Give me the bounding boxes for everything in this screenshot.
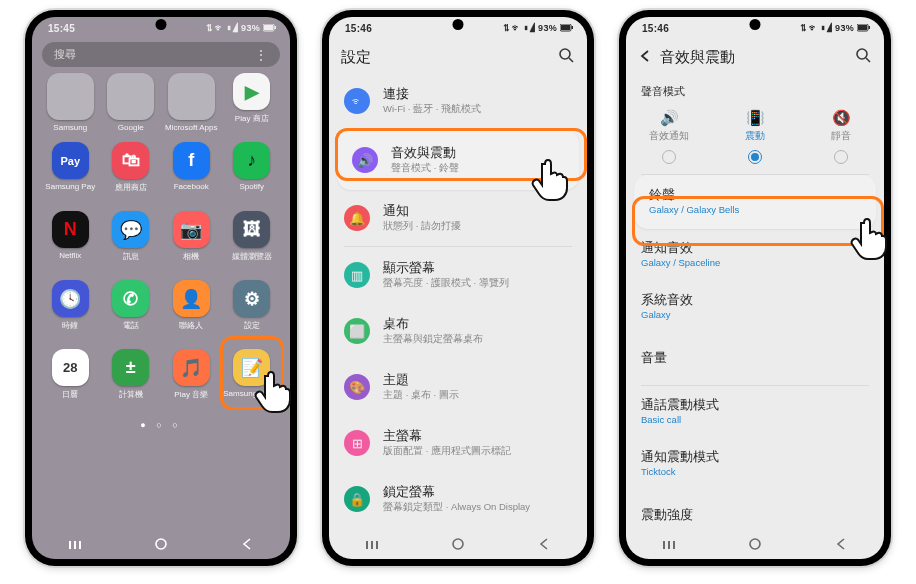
app-label: 聯絡人 [179,320,203,331]
app-label: 電話 [123,320,139,331]
app-Microsoft Apps[interactable]: Microsoft Apps [161,73,222,138]
row-subtitle: 狀態列 · 請勿打擾 [383,220,572,232]
row-icon: ⬜ [344,318,370,344]
sound-settings-list[interactable]: 聲音模式 🔊音效通知📳震動🔇靜音 鈴聲Galaxy / Galaxy Bells… [626,73,884,529]
sound-row-音量[interactable]: 音量 [626,333,884,385]
nav-recents[interactable] [55,538,95,551]
app-icon: 📷 [173,211,210,248]
settings-row-桌布[interactable]: ⬜桌布主螢幕與鎖定螢幕桌布 [329,303,587,359]
sound-row-通知震動模式[interactable]: 通知震動模式Ticktock [626,438,884,490]
row-title: 連接 [383,87,572,103]
app-Samsung Notes[interactable]: 📝Samsung Notes [222,349,283,414]
app-icon: 💬 [112,211,149,248]
svg-point-14 [453,539,463,549]
settings-row-鎖定螢幕[interactable]: 🔒鎖定螢幕螢幕鎖定類型 · Always On Display [329,471,587,527]
app-label: 訊息 [123,251,139,262]
sound-row-系統音效[interactable]: 系統音效Galaxy [626,281,884,333]
app-label: Spotify [240,182,264,191]
search-bar[interactable]: 搜尋 ⋮ [42,42,280,67]
app-日曆[interactable]: 28日曆 [40,349,101,414]
app-電話[interactable]: ✆電話 [101,280,162,345]
app-Google[interactable]: Google [101,73,162,138]
svg-point-22 [750,539,760,549]
settings-row-音效與震動[interactable]: 🔊音效與震動聲音模式 · 鈴聲 [337,132,579,188]
settings-row-主螢幕[interactable]: ⊞主螢幕版面配置 · 應用程式圖示標記 [329,415,587,471]
settings-row-連接[interactable]: ᯤ連接Wi-Fi · 藍牙 · 飛航模式 [329,73,587,129]
app-媒體瀏覽器[interactable]: 🖼媒體瀏覽器 [222,211,283,276]
app-icon: 🖼 [233,211,270,248]
row-icon: ᯤ [344,88,370,114]
nav-home[interactable] [141,536,181,552]
sound-row-鈴聲[interactable]: 鈴聲Galaxy / Galaxy Bells [634,176,876,228]
app-icon: 👤 [173,280,210,317]
app-grid: SamsungGoogleMicrosoft Apps▶Play 商店PaySa… [32,73,290,418]
status-indicators: ⇅ ᯤ ▮◢ 93% [504,23,573,33]
nav-recents[interactable] [352,538,392,551]
app-Samsung[interactable]: Samsung [40,73,101,138]
sound-mode-音效通知[interactable]: 🔊音效通知 [626,103,712,174]
nav-back[interactable] [227,536,267,552]
app-訊息[interactable]: 💬訊息 [101,211,162,276]
screen: 15:45 ⇅ ᯤ ▮◢ 93% 搜尋 ⋮ SamsungGoogleMicro… [32,17,290,559]
nav-home[interactable] [438,536,478,552]
back-icon[interactable] [638,49,652,66]
row-subtitle: 主螢幕與鎖定螢幕桌布 [383,333,572,345]
nav-back[interactable] [524,536,564,552]
app-Netflix[interactable]: NNetflix [40,211,101,276]
nav-back[interactable] [821,536,861,552]
settings-row-顯示螢幕[interactable]: ▥顯示螢幕螢幕亮度 · 護眼模式 · 導覽列 [329,247,587,303]
app-時鐘[interactable]: 🕓時鐘 [40,280,101,345]
pager-dots: ● ○ ○ [32,420,290,430]
app-聯絡人[interactable]: 👤聯絡人 [161,280,222,345]
row-title: 音效與震動 [391,146,564,162]
app-label: Play 音樂 [174,389,208,400]
app-應用商店[interactable]: 🛍應用商店 [101,142,162,207]
nav-recents[interactable] [649,538,689,551]
app-icon: ± [112,349,149,386]
sound-row-震動強度[interactable]: 震動強度 [626,490,884,529]
app-Play 商店[interactable]: ▶Play 商店 [222,73,283,138]
nav-home[interactable] [735,536,775,552]
sound-row-通話震動模式[interactable]: 通話震動模式Basic call [626,386,884,438]
search-placeholder: 搜尋 [54,47,76,62]
sound-mode-震動[interactable]: 📳震動 [712,103,798,174]
app-相機[interactable]: 📷相機 [161,211,222,276]
app-icon: Pay [52,142,89,179]
app-label: 計算機 [119,389,143,400]
row-title: 通知震動模式 [641,450,869,466]
app-icon [47,73,94,120]
nav-bar [626,529,884,559]
sound-mode-靜音[interactable]: 🔇靜音 [798,103,884,174]
sound-row-通知音效[interactable]: 通知音效Galaxy / Spaceline [626,229,884,281]
camera-punch-hole [156,19,167,30]
app-設定[interactable]: ⚙設定 [222,280,283,345]
row-title: 顯示螢幕 [383,261,572,277]
settings-row-通知[interactable]: 🔔通知狀態列 · 請勿打擾 [329,190,587,246]
app-icon: ▶ [233,73,270,110]
settings-row-主題[interactable]: 🎨主題主題 · 桌布 · 圖示 [329,359,587,415]
row-subtitle: Wi-Fi · 藍牙 · 飛航模式 [383,103,572,115]
settings-list[interactable]: ᯤ連接Wi-Fi · 藍牙 · 飛航模式🔊音效與震動聲音模式 · 鈴聲🔔通知狀態… [329,73,587,529]
svg-rect-8 [561,25,570,30]
status-indicators: ⇅ ᯤ ▮◢ 93% [207,23,276,33]
sound-mode-selector: 🔊音效通知📳震動🔇靜音 [626,103,884,174]
app-icon: ✆ [112,280,149,317]
app-Play 音樂[interactable]: 🎵Play 音樂 [161,349,222,414]
app-label: Microsoft Apps [165,123,217,132]
radio-icon [748,150,762,164]
app-label: 時鐘 [62,320,78,331]
app-Samsung Pay[interactable]: PaySamsung Pay [40,142,101,207]
row-subtitle: Galaxy [641,309,869,321]
row-icon: 🎨 [344,374,370,400]
app-Facebook[interactable]: fFacebook [161,142,222,207]
svg-rect-12 [371,541,373,549]
app-label: 應用商店 [115,182,147,193]
search-icon[interactable] [558,47,575,68]
search-icon[interactable] [855,47,872,68]
app-label: Samsung Pay [45,182,95,191]
app-計算機[interactable]: ±計算機 [101,349,162,414]
mode-icon: 📳 [746,109,765,127]
app-icon: 🛍 [112,142,149,179]
phone-settings: 15:46 ⇅ ᯤ ▮◢ 93% 設定 ᯤ連接Wi-Fi · 藍牙 · 飛航模式… [322,10,594,566]
app-Spotify[interactable]: ♪Spotify [222,142,283,207]
